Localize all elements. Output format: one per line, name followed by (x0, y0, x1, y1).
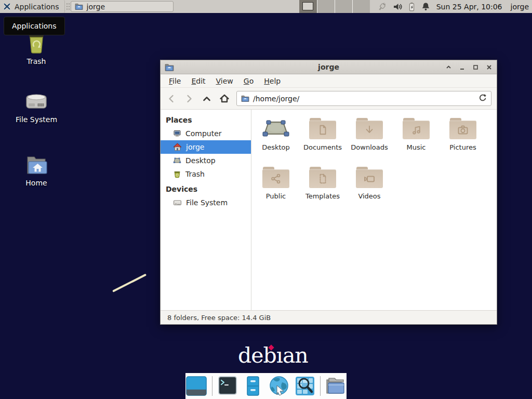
folder-item-videos[interactable]: Videos (346, 164, 393, 212)
folder-view[interactable]: Desktop Documents Downloads (251, 110, 497, 310)
home-button[interactable] (219, 93, 230, 104)
sidebar-item-label: File System (186, 198, 228, 207)
sidebar-item-trash[interactable]: Trash (161, 167, 251, 181)
web-browser-icon[interactable] (268, 375, 290, 397)
minimize-button[interactable] (458, 63, 466, 71)
file-manager-window: jorge File Edit View Go Help (160, 60, 497, 325)
folder-item-downloads[interactable]: Downloads (346, 115, 393, 164)
taskbar-window-button[interactable]: jorge (71, 1, 174, 12)
folder-item-documents[interactable]: Documents (299, 115, 346, 164)
app-finder-icon[interactable] (295, 375, 315, 397)
path-input[interactable]: /home/jorge/ (253, 95, 475, 103)
debian-logo: debıan (238, 343, 308, 368)
network-icon[interactable] (377, 2, 387, 11)
folder-label: Documents (303, 143, 342, 151)
applications-menu-label: Applications (15, 3, 59, 11)
sidebar-item-label: Trash (185, 170, 205, 178)
sidebar-item-label: Computer (185, 129, 222, 138)
pictures-folder-icon (449, 118, 476, 139)
sidebar-item-jorge[interactable]: jorge (161, 140, 251, 154)
desktop-icon-label: Home (25, 179, 47, 187)
shade-button[interactable] (445, 63, 452, 71)
desktop[interactable]: Applications jorge (0, 0, 532, 399)
folder-label: Downloads (351, 143, 388, 151)
terminal-icon[interactable] (217, 375, 238, 397)
folder-item-public[interactable]: Public (252, 164, 299, 212)
folder-item-templates[interactable]: Templates (299, 164, 346, 212)
menu-file[interactable]: File (164, 75, 186, 87)
folder-label: Videos (358, 192, 380, 200)
forward-button[interactable] (183, 93, 195, 104)
status-text: 8 folders, Free space: 14.4 GiB (167, 314, 271, 322)
workspace-1[interactable] (299, 0, 317, 13)
file-cabinet-icon[interactable] (243, 375, 263, 397)
menu-help[interactable]: Help (259, 75, 286, 87)
path-folder-icon (241, 95, 249, 102)
notifications-icon[interactable] (421, 2, 430, 11)
workspace-4[interactable] (352, 0, 370, 13)
documents-folder-icon (309, 118, 336, 139)
menu-go[interactable]: Go (238, 75, 259, 87)
workspace-3[interactable] (335, 0, 352, 13)
menu-bar: File Edit View Go Help (161, 74, 497, 88)
close-button[interactable] (485, 63, 493, 71)
folder-label: Music (407, 143, 426, 151)
folder-label: Templates (305, 192, 340, 200)
applications-menu-button[interactable]: Applications (0, 0, 65, 13)
sidebar: Places Computer (161, 110, 251, 310)
folder-item-pictures[interactable]: Pictures (440, 115, 486, 164)
sidebar-item-desktop[interactable]: Desktop (161, 154, 251, 167)
maximize-button[interactable] (472, 63, 479, 71)
dock (185, 373, 347, 399)
folder-item-desktop[interactable]: Desktop (252, 115, 299, 164)
sidebar-item-label: jorge (186, 143, 204, 151)
sidebar-item-computer[interactable]: Computer (161, 127, 251, 140)
reload-icon[interactable] (478, 94, 487, 103)
volume-icon[interactable] (393, 2, 403, 11)
folder-icon (75, 3, 83, 10)
workspace-2[interactable] (317, 0, 335, 13)
templates-folder-icon (309, 167, 336, 188)
location-bar[interactable]: /home/jorge/ (236, 91, 491, 106)
applications-tooltip: Applications (4, 17, 65, 35)
window-body: Places Computer (161, 110, 497, 310)
downloads-folder-icon (356, 118, 383, 139)
folder-label: Pictures (449, 143, 476, 151)
window-titlebar[interactable]: jorge (161, 60, 497, 74)
filesystem-drive-icon (24, 90, 49, 113)
desktop-icon-home[interactable]: Home (15, 154, 58, 187)
show-desktop-icon[interactable] (185, 375, 207, 397)
taskbar-window-label: jorge (87, 3, 105, 11)
back-button[interactable] (166, 93, 177, 104)
battery-icon[interactable] (408, 2, 416, 11)
home-folder-icon (24, 154, 49, 177)
sidebar-item-label: Desktop (185, 156, 216, 165)
window-controls (445, 63, 493, 71)
window-folder-icon (165, 63, 174, 71)
desktop-icon-filesystem[interactable]: File System (15, 90, 58, 124)
menu-edit[interactable]: Edit (186, 75, 210, 87)
desktop-icon (173, 156, 181, 165)
drive-icon (173, 198, 182, 207)
sidebar-item-filesystem[interactable]: File System (161, 196, 251, 209)
computer-icon (173, 129, 181, 138)
trash-icon (173, 170, 181, 178)
user-menu[interactable]: jorge (511, 3, 529, 11)
workspace-switcher[interactable] (299, 0, 370, 13)
workspace-window-preview (302, 2, 313, 10)
menu-view[interactable]: View (211, 75, 238, 87)
cursor-trail-line (112, 274, 147, 292)
desktop-workspace-icon (262, 118, 289, 139)
sidebar-devices-header: Devices (161, 181, 251, 196)
toolbar: /home/jorge/ (161, 88, 497, 110)
dock-separator (212, 376, 212, 396)
folder-item-music[interactable]: Music (393, 115, 440, 164)
top-panel: Applications jorge (0, 0, 532, 13)
folder-label: Desktop (262, 143, 290, 151)
up-button[interactable] (201, 93, 212, 104)
taskbar-handle[interactable] (66, 3, 70, 11)
file-manager-icon[interactable] (325, 375, 347, 397)
sidebar-places-header: Places (161, 112, 251, 127)
desktop-icon-label: File System (16, 116, 57, 124)
clock[interactable]: Sun 25 Apr, 10:06 (436, 3, 502, 11)
